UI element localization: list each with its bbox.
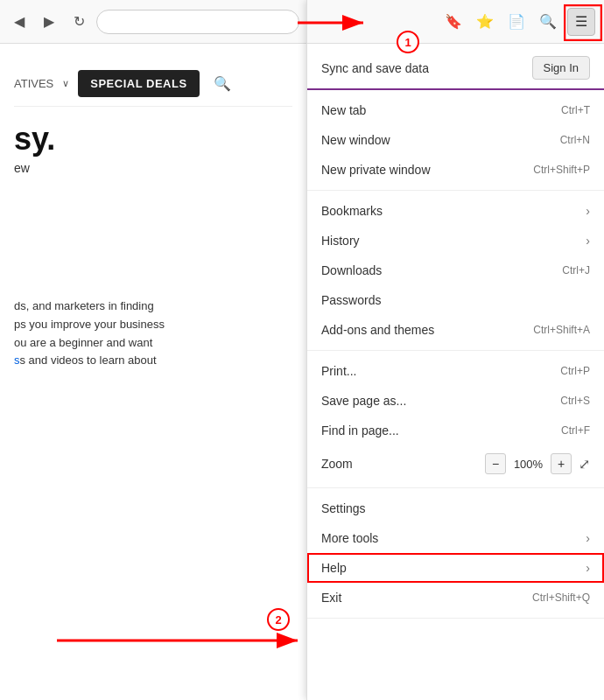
search-toolbar-icon[interactable]: 🔍 <box>536 10 560 34</box>
menu-section-settings: Settings More tools › Help › Exit Ctrl+S… <box>307 488 604 619</box>
history-right: › <box>586 234 590 248</box>
nav-bar: ATIVES ∨ SPECIAL DEALS 🔍 <box>14 61 292 107</box>
menu-section-browse: Bookmarks › History › Downloads Ctrl+J P… <box>307 191 604 351</box>
menu-item-new-tab[interactable]: New tab Ctrl+T <box>307 95 604 125</box>
zoom-controls: − 100% + ⤢ <box>485 453 590 474</box>
zoom-label: Zoom <box>321 457 353 471</box>
dropdown-menu: 🔖 ⭐ 📄 🔍 ☰ Sync and save data Sign In New… <box>306 0 604 700</box>
sync-row: Sync and save data Sign In <box>307 44 604 90</box>
hamburger-button[interactable]: ☰ <box>567 8 595 36</box>
more-tools-chevron-icon: › <box>586 531 590 545</box>
sync-text: Sync and save data <box>321 61 429 75</box>
sign-in-button[interactable]: Sign In <box>532 56 590 80</box>
background-page: ◀ ▶ ↻ ATIVES ∨ SPECIAL DEALS 🔍 sy. ew ds… <box>0 0 306 700</box>
menu-item-addons[interactable]: Add-ons and themes Ctrl+Shift+A <box>307 315 604 345</box>
menu-item-exit[interactable]: Exit Ctrl+Shift+Q <box>307 583 604 612</box>
browser-toolbar: ◀ ▶ ↻ <box>0 0 306 44</box>
menu-item-passwords[interactable]: Passwords <box>307 285 604 315</box>
zoom-value: 100% <box>513 458 544 471</box>
menu-item-help[interactable]: Help › <box>307 553 604 583</box>
dropdown-toolbar: 🔖 ⭐ 📄 🔍 ☰ <box>307 0 604 44</box>
menu-item-settings[interactable]: Settings <box>307 494 604 523</box>
zoom-plus-button[interactable]: + <box>551 453 572 474</box>
menu-item-downloads[interactable]: Downloads Ctrl+J <box>307 256 604 285</box>
menu-item-more-tools[interactable]: More tools › <box>307 523 604 553</box>
star-icon[interactable]: ⭐ <box>473 10 497 34</box>
address-bar[interactable] <box>96 10 299 34</box>
search-icon[interactable]: 🔍 <box>214 75 231 92</box>
body-text: ds, and marketers in finding ps you impr… <box>14 298 292 370</box>
bookmark-icon[interactable]: 🔖 <box>441 10 466 34</box>
menu-section-new: New tab Ctrl+T New window Ctrl+N New pri… <box>307 90 604 191</box>
forward-btn[interactable]: ▶ <box>37 10 61 34</box>
menu-section-tools: Print... Ctrl+P Save page as... Ctrl+S F… <box>307 351 604 488</box>
hero-title: sy. <box>14 121 292 158</box>
menu-item-find[interactable]: Find in page... Ctrl+F <box>307 416 604 445</box>
menu-item-new-window[interactable]: New window Ctrl+N <box>307 125 604 155</box>
zoom-expand-icon[interactable]: ⤢ <box>579 456 590 472</box>
bookmarks-right: › <box>586 204 590 218</box>
chevron-right-icon: › <box>586 204 590 218</box>
menu-item-save-page[interactable]: Save page as... Ctrl+S <box>307 386 604 416</box>
special-deals-button[interactable]: SPECIAL DEALS <box>78 70 199 97</box>
menu-item-history[interactable]: History › <box>307 226 604 256</box>
page-content: ATIVES ∨ SPECIAL DEALS 🔍 sy. ew ds, and … <box>0 44 306 388</box>
zoom-minus-button[interactable]: − <box>485 453 506 474</box>
nav-chevron-icon: ∨ <box>62 78 69 89</box>
hero-sub: ew <box>14 161 292 175</box>
help-chevron-icon: › <box>586 561 590 575</box>
menu-item-bookmarks[interactable]: Bookmarks › <box>307 196 604 226</box>
refresh-btn[interactable]: ↻ <box>67 10 91 34</box>
reading-icon[interactable]: 📄 <box>504 10 529 34</box>
history-chevron-icon: › <box>586 234 590 248</box>
back-btn[interactable]: ◀ <box>7 10 32 34</box>
menu-item-print[interactable]: Print... Ctrl+P <box>307 356 604 386</box>
nav-label: ATIVES <box>14 77 53 90</box>
menu-item-new-private[interactable]: New private window Ctrl+Shift+P <box>307 155 604 185</box>
zoom-row: Zoom − 100% + ⤢ <box>307 445 604 482</box>
